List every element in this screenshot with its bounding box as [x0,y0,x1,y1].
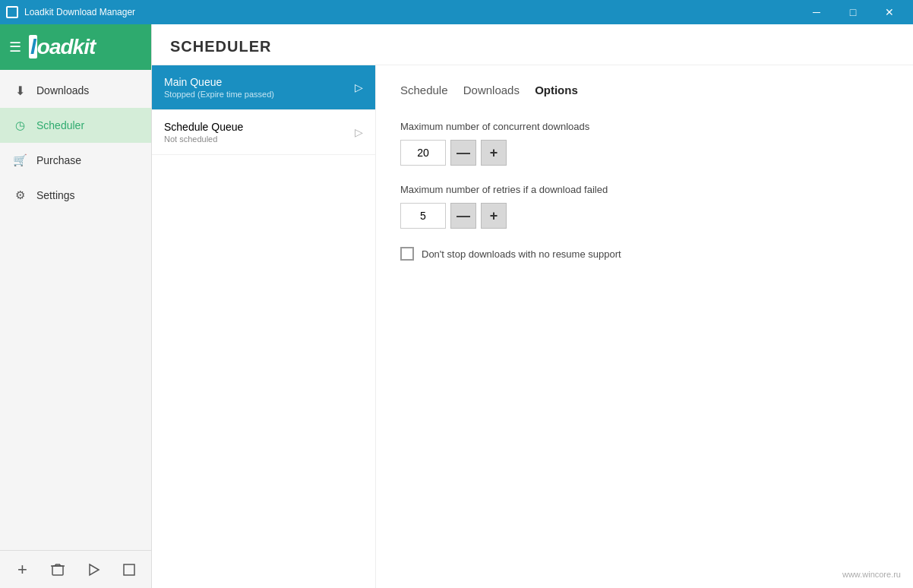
concurrent-input[interactable] [400,140,446,166]
retries-label: Maximum number of retries if a download … [400,184,889,195]
sidebar-item-downloads-label: Downloads [36,84,89,96]
content-area: SCHEDULER Main Queue Stopped (Expire tim… [152,24,913,588]
stop-button[interactable] [118,558,139,582]
purchase-icon: 🛒 [12,153,27,168]
retries-minus-button[interactable]: — [450,203,476,229]
no-resume-checkbox[interactable] [400,247,414,261]
retries-group: Maximum number of retries if a download … [400,184,889,229]
tab-schedule[interactable]: Schedule [400,84,457,103]
concurrent-label: Maximum number of concurrent downloads [400,121,889,132]
settings-icon: ⚙ [12,188,27,203]
queue-item-main-status: Stopped (Expire time passed) [164,90,355,99]
delete-button[interactable] [48,558,68,582]
main-layout: ☰ loadkit ⬇ Downloads ◷ Scheduler 🛒 Purc… [0,24,913,588]
downloads-icon: ⬇ [12,83,27,98]
queue-item-schedule-play-icon: ▷ [355,126,363,138]
queue-item-schedule-info: Schedule Queue Not scheduled [164,121,355,144]
sidebar: ☰ loadkit ⬇ Downloads ◷ Scheduler 🛒 Purc… [0,24,152,588]
add-button[interactable]: + [12,558,33,582]
queue-item-schedule-status: Not scheduled [164,134,355,144]
minimize-button[interactable]: ─ [799,0,834,24]
sidebar-item-downloads[interactable]: ⬇ Downloads [0,73,151,108]
close-button[interactable]: ✕ [872,0,907,24]
window-controls: ─ □ ✕ [799,0,907,24]
hamburger-icon[interactable]: ☰ [9,39,21,55]
svg-rect-7 [124,564,134,575]
tabs-row: Schedule Downloads Options [400,84,889,103]
page-title: SCHEDULER [170,38,271,55]
queue-item-schedule-name: Schedule Queue [164,121,355,133]
titlebar-title: Loadkit Download Manager [24,7,135,17]
concurrent-group: Maximum number of concurrent downloads —… [400,121,889,166]
retries-plus-button[interactable]: + [481,203,507,229]
queue-item-main[interactable]: Main Queue Stopped (Expire time passed) … [152,65,375,110]
bottom-toolbar: + [0,550,151,588]
concurrent-plus-button[interactable]: + [481,140,507,166]
play-button[interactable] [84,558,104,582]
sidebar-item-settings[interactable]: ⚙ Settings [0,178,151,213]
tab-downloads[interactable]: Downloads [463,84,529,103]
sidebar-item-purchase[interactable]: 🛒 Purchase [0,143,151,178]
content-body: Main Queue Stopped (Expire time passed) … [152,65,913,588]
sidebar-item-purchase-label: Purchase [36,154,81,166]
logo: loadkit [29,35,95,59]
queue-item-main-play-icon: ▷ [355,81,363,93]
tab-separator-2 [529,84,535,103]
retries-spinner: — + [400,203,889,229]
sidebar-item-scheduler-label: Scheduler [36,119,84,131]
tab-options[interactable]: Options [535,84,587,103]
sidebar-item-scheduler[interactable]: ◷ Scheduler [0,108,151,143]
tab-separator-1 [457,84,463,103]
svg-rect-0 [8,8,17,17]
concurrent-minus-button[interactable]: — [450,140,476,166]
retries-input[interactable] [400,203,446,229]
sidebar-nav: ⬇ Downloads ◷ Scheduler 🛒 Purchase ⚙ Set… [0,70,151,550]
queue-list: Main Queue Stopped (Expire time passed) … [152,65,376,588]
svg-rect-1 [52,566,63,575]
content-header: SCHEDULER [152,24,913,65]
queue-item-main-name: Main Queue [164,76,355,88]
concurrent-spinner: — + [400,140,889,166]
titlebar: Loadkit Download Manager ─ □ ✕ [0,0,913,24]
sidebar-item-settings-label: Settings [36,189,75,201]
svg-marker-6 [90,564,99,575]
sidebar-header: ☰ loadkit [0,24,151,70]
settings-panel: Schedule Downloads Options Maximum numbe… [376,65,913,588]
no-resume-row: Don't stop downloads with no resume supp… [400,247,889,261]
maximize-button[interactable]: □ [836,0,870,24]
no-resume-label: Don't stop downloads with no resume supp… [422,248,621,260]
queue-item-main-info: Main Queue Stopped (Expire time passed) [164,76,355,99]
titlebar-left: Loadkit Download Manager [6,6,135,18]
scheduler-icon: ◷ [12,118,27,133]
app-icon [6,6,18,18]
watermark: www.wincore.ru [842,570,901,579]
queue-item-schedule[interactable]: Schedule Queue Not scheduled ▷ [152,110,375,155]
